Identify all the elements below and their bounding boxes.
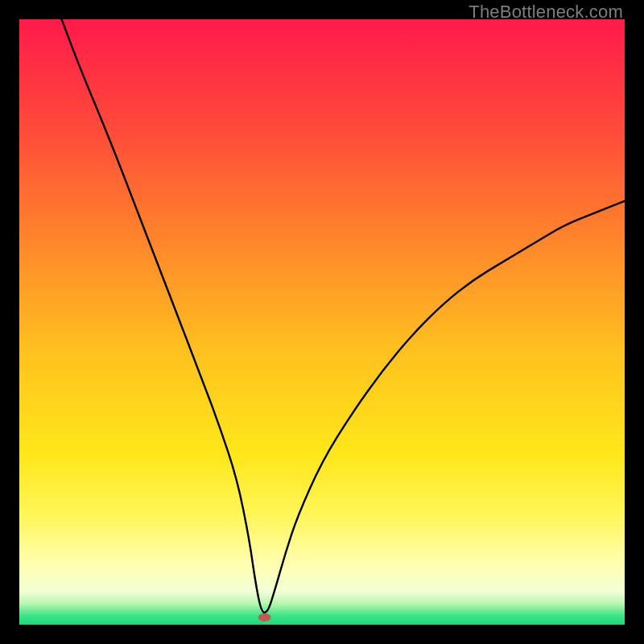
gradient-background <box>19 19 625 625</box>
minimum-marker <box>258 613 271 621</box>
bottleneck-chart <box>19 19 625 625</box>
chart-frame <box>19 19 625 625</box>
